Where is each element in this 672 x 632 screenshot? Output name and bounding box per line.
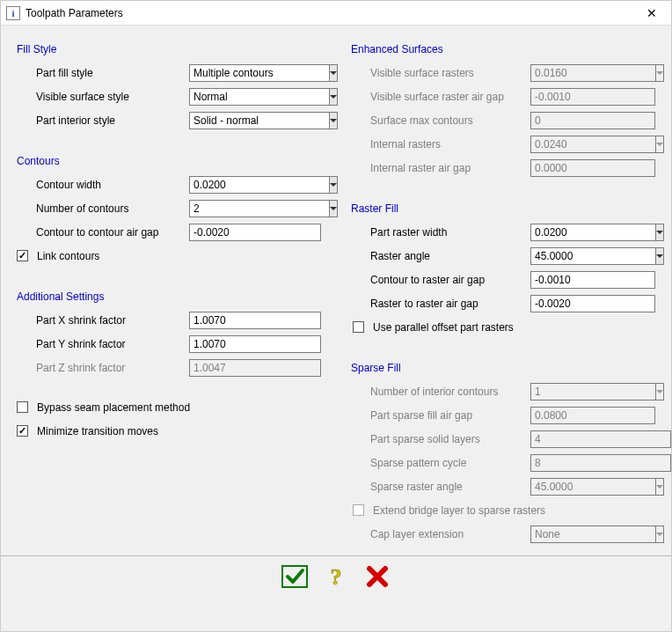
combo-visible-surface-style-value[interactable]	[189, 88, 329, 106]
input-raster-angle[interactable]	[530, 247, 655, 265]
input-contour-air-gap[interactable]	[189, 224, 321, 241]
section-fill-style: Fill Style	[17, 43, 333, 55]
combo-part-fill-style-value[interactable]	[189, 64, 329, 82]
input-pattern-cycle	[530, 454, 655, 472]
section-additional: Additional Settings	[17, 290, 333, 303]
label-minimize-transition: Minimize transition moves	[37, 425, 158, 437]
chevron-down-icon[interactable]	[329, 112, 338, 129]
label-max-contours: Surface max contours	[351, 114, 530, 127]
chevron-down-icon[interactable]	[655, 224, 664, 241]
combo-visible-surface-style[interactable]	[189, 88, 321, 106]
chevron-down-icon	[655, 525, 664, 543]
label-part-interior-style: Part interior style	[17, 114, 189, 127]
title-bar: i Toolpath Parameters ✕	[1, 1, 671, 26]
label-link-contours: Link contours	[37, 250, 99, 262]
chevron-down-icon[interactable]	[329, 64, 338, 82]
label-sparse-raster-angle: Sparse raster angle	[351, 481, 530, 493]
input-raster-raster-gap[interactable]	[530, 295, 655, 312]
label-visible-surface-style: Visible surface style	[17, 91, 189, 103]
input-interior-contours	[530, 383, 655, 401]
label-vis-rasters: Visible surface rasters	[351, 67, 530, 79]
chevron-down-icon[interactable]	[655, 247, 664, 265]
checkbox-minimize-transition[interactable]	[17, 425, 28, 437]
input-part-z	[189, 359, 321, 377]
app-icon: i	[6, 6, 20, 20]
input-internal-rasters	[530, 136, 655, 153]
input-cap-extension	[530, 525, 655, 543]
label-part-y: Part Y shrink factor	[17, 338, 189, 350]
label-vis-air-gap: Visible surface raster air gap	[351, 91, 530, 103]
combo-part-fill-style[interactable]	[189, 64, 321, 82]
input-max-contours	[530, 112, 655, 129]
label-interior-contours: Number of interior contours	[351, 386, 530, 398]
input-internal-air-gap	[530, 159, 655, 177]
label-part-x: Part X shrink factor	[17, 314, 189, 327]
input-sparse-raster-angle	[530, 478, 655, 496]
section-raster-fill: Raster Fill	[351, 202, 655, 215]
input-sparse-air-gap	[530, 407, 655, 424]
cancel-button[interactable]	[360, 563, 395, 592]
chevron-down-icon	[655, 136, 664, 153]
footer-toolbar: ?	[1, 555, 671, 592]
close-button[interactable]: ✕	[632, 1, 671, 26]
label-contour-air-gap: Contour to contour air gap	[17, 226, 189, 239]
combo-part-interior-style-value[interactable]	[189, 112, 329, 129]
chevron-down-icon	[655, 478, 664, 496]
section-enhanced-surfaces: Enhanced Surfaces	[351, 43, 655, 55]
label-raster-raster-gap: Raster to raster air gap	[351, 298, 530, 310]
checkbox-extend-bridge	[353, 504, 364, 516]
label-raster-angle: Raster angle	[351, 250, 530, 262]
chevron-down-icon[interactable]	[329, 200, 338, 217]
input-vis-rasters	[530, 64, 655, 82]
label-cap-extension: Cap layer extension	[351, 528, 530, 540]
input-contour-raster-gap[interactable]	[530, 271, 655, 289]
help-button[interactable]: ?	[318, 563, 354, 592]
label-internal-air-gap: Internal raster air gap	[351, 162, 530, 174]
label-part-z: Part Z shrink factor	[17, 362, 189, 374]
combo-part-interior-style[interactable]	[189, 112, 321, 129]
label-number-of-contours: Number of contours	[17, 202, 189, 215]
label-raster-width: Part raster width	[351, 226, 530, 239]
label-contour-raster-gap: Contour to raster air gap	[351, 274, 530, 286]
input-part-y[interactable]	[189, 335, 321, 353]
svg-text:?: ?	[331, 564, 342, 590]
label-parallel-offset: Use parallel offset part rasters	[373, 321, 514, 334]
checkbox-parallel-offset[interactable]	[353, 321, 364, 333]
input-contour-width[interactable]	[189, 176, 321, 194]
label-internal-rasters: Internal rasters	[351, 138, 530, 151]
window-title: Toolpath Parameters	[26, 7, 123, 19]
chevron-down-icon	[655, 64, 664, 82]
input-raster-width[interactable]	[530, 224, 655, 241]
label-solid-layers: Part sparse solid layers	[351, 433, 530, 445]
chevron-down-icon	[655, 383, 664, 401]
checkbox-link-contours[interactable]	[17, 250, 28, 261]
label-pattern-cycle: Sparse pattern cycle	[351, 457, 530, 469]
label-part-fill-style: Part fill style	[17, 67, 189, 79]
input-solid-layers	[530, 430, 655, 448]
checkbox-bypass-seam[interactable]	[17, 401, 28, 413]
section-sparse-fill: Sparse Fill	[351, 362, 655, 374]
input-number-of-contours[interactable]	[189, 200, 321, 217]
section-contours: Contours	[17, 155, 333, 167]
label-extend-bridge: Extend bridge layer to sparse rasters	[373, 504, 545, 517]
label-contour-width: Contour width	[17, 179, 189, 191]
input-part-x[interactable]	[189, 312, 321, 329]
label-bypass-seam: Bypass seam placement method	[37, 401, 190, 414]
chevron-down-icon[interactable]	[329, 176, 338, 194]
ok-button[interactable]	[277, 563, 312, 592]
input-vis-air-gap	[530, 88, 655, 106]
chevron-down-icon[interactable]	[329, 88, 338, 106]
label-sparse-air-gap: Part sparse fill air gap	[351, 409, 530, 422]
